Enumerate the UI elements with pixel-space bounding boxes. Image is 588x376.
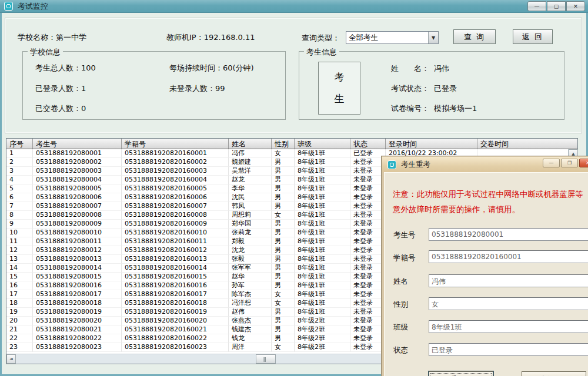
table-cell: 17 [6, 290, 33, 299]
app-icon [387, 160, 396, 169]
table-cell: 2 [6, 158, 33, 167]
field-label-name: 姓名 [393, 277, 408, 287]
query-button[interactable]: 查 询 [453, 29, 496, 44]
table-cell: 未登录 [350, 273, 386, 281]
table-cell: 5 [6, 184, 33, 193]
restore-icon[interactable]: ❐ [561, 159, 578, 167]
table-cell: 未登录 [350, 290, 386, 299]
table-cell: 20 [6, 317, 33, 325]
table-cell: 未登录 [350, 211, 386, 220]
table-cell: 男 [272, 334, 295, 343]
table-cell: 19 [6, 308, 33, 317]
retake-button[interactable]: 重 考 [429, 371, 493, 376]
field-label-gender: 性别 [393, 300, 408, 310]
chevron-down-icon[interactable]: ▼ [428, 32, 438, 43]
table-cell: 郑华国 [229, 220, 272, 229]
table-cell: 8年级1班 [295, 167, 350, 176]
column-header[interactable]: 交卷时间 [477, 139, 567, 149]
table-cell: 陈军杰 [229, 290, 272, 299]
table-cell: 05318881920820160018 [122, 299, 229, 308]
query-type-select[interactable]: 全部考生 ▼ [346, 31, 439, 44]
table-cell: 05318881920820160005 [122, 184, 229, 193]
close-icon[interactable]: ✕ [579, 159, 588, 167]
studentno-field[interactable]: 05318881920820160001 [429, 250, 588, 263]
table-cell: 8年级1班 [295, 229, 350, 237]
table-cell: 0531888192080004 [33, 176, 122, 184]
table-cell: 7 [6, 202, 33, 211]
table-cell: 8年级1班 [295, 211, 350, 220]
table-cell: 8年级1班 [295, 246, 350, 255]
table-cell: 未登录 [350, 308, 386, 317]
table-cell: 05318881920820160021 [122, 325, 229, 334]
column-header[interactable]: 性别 [272, 139, 295, 149]
table-cell: 男 [272, 281, 295, 290]
table-cell: 0531888192080022 [33, 334, 122, 343]
table-cell: 冯伟 [229, 149, 272, 158]
column-header[interactable]: 登录时间 [386, 139, 477, 149]
table-cell: 05318881920820160017 [122, 290, 229, 299]
table-cell: 8年级1班 [295, 255, 350, 264]
column-header[interactable]: 状态 [350, 139, 386, 149]
table-cell: 05318881920820160011 [122, 237, 229, 246]
field-label-status: 状态 [393, 345, 408, 355]
table-cell: 05318881920820160006 [122, 193, 229, 202]
table-cell: 11 [6, 237, 33, 246]
column-header[interactable]: 考生号 [33, 139, 122, 149]
table-cell: 0531888192080008 [33, 211, 122, 220]
field-label-examno: 考生号 [393, 230, 416, 240]
table-cell: 8年级1班 [295, 299, 350, 308]
table-cell: 未登录 [350, 343, 386, 352]
table-cell: 冯洋想 [229, 299, 272, 308]
column-header[interactable]: 序号 [6, 139, 33, 149]
candidate-table-header[interactable]: 序号考生号学籍号姓名性别班级状态登录时间交卷时间 [6, 139, 577, 149]
table-cell: 周想莉 [229, 211, 272, 220]
field-label-studentno: 学籍号 [393, 253, 416, 263]
table-cell: 未登录 [350, 176, 386, 184]
table-cell: 8年级1班 [295, 158, 350, 167]
table-cell: 8年级1班 [295, 281, 350, 290]
table-cell: 李华 [229, 184, 272, 193]
gender-field[interactable]: 女 [429, 297, 588, 310]
table-cell: 0531888192080013 [33, 255, 122, 264]
column-header[interactable]: 学籍号 [122, 139, 229, 149]
minimize-icon[interactable]: — [543, 159, 560, 167]
examno-field[interactable]: 0531888192080001 [429, 228, 588, 241]
table-cell: 22 [6, 334, 33, 343]
retake-dialog-titlebar: 考生重考 — ❐ ✕ [382, 157, 588, 172]
retake-dialog-title: 考生重考 [401, 160, 430, 170]
table-cell: 男 [272, 184, 295, 193]
candidate-name: 姓 名：冯伟 [391, 63, 449, 74]
minimize-icon[interactable]: — [527, 1, 546, 11]
table-cell: 已登录 [350, 149, 386, 158]
table-cell: 0531888192080023 [33, 343, 122, 352]
status-field[interactable]: 已登录 [429, 343, 588, 356]
column-header[interactable]: 班级 [295, 139, 350, 149]
back-button[interactable]: 返 回 [513, 29, 553, 44]
close-icon[interactable]: ✕ [566, 1, 585, 11]
table-cell: 05318881920820160013 [122, 255, 229, 264]
table-cell: 4 [6, 176, 33, 184]
table-cell: 0531888192080001 [33, 149, 122, 158]
column-header-filler [567, 139, 577, 149]
class-field[interactable]: 8年级1班 [429, 320, 588, 333]
maximize-icon[interactable]: ▢ [547, 1, 566, 11]
scroll-left-icon[interactable]: ◄ [6, 354, 16, 364]
table-cell: 05318881920820160008 [122, 211, 229, 220]
table-cell: 05318881920820160022 [122, 334, 229, 343]
table-cell: 周洋 [229, 343, 272, 352]
horizontal-scroll-thumb[interactable] [256, 354, 276, 364]
table-cell: 钱建杰 [229, 325, 272, 334]
dialog-back-button[interactable]: 返 回 [522, 371, 586, 376]
table-cell: 8年级1班 [295, 202, 350, 211]
table-cell: 0531888192080021 [33, 325, 122, 334]
screen: { "icons": { "minimize": "—", "maximize"… [0, 0, 588, 376]
column-header[interactable]: 姓名 [229, 139, 272, 149]
table-cell: 10 [6, 229, 33, 237]
table-cell: 未登录 [350, 317, 386, 325]
name-field[interactable]: 冯伟 [429, 274, 588, 287]
table-cell: 8年级1班 [295, 237, 350, 246]
table-cell: 8年级2班 [295, 343, 350, 352]
table-cell: 未登录 [350, 281, 386, 290]
table-cell: 0531888192080020 [33, 317, 122, 325]
table-cell: 8 [6, 211, 33, 220]
